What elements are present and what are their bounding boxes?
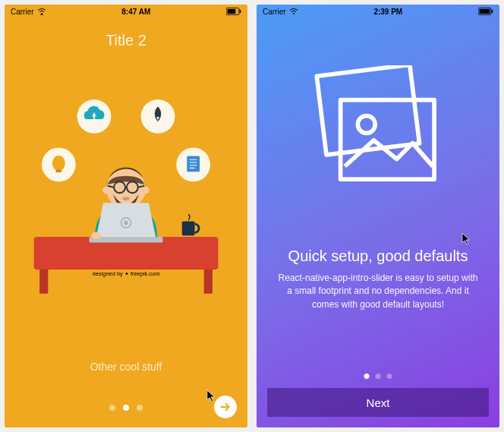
svg-point-23 <box>142 187 149 194</box>
svg-point-22 <box>102 187 109 194</box>
pagination-dot[interactable] <box>387 374 392 379</box>
svg-rect-18 <box>39 270 48 294</box>
svg-rect-37 <box>480 9 490 14</box>
svg-point-41 <box>358 116 375 134</box>
status-bar: Carrier 2:39 PM <box>257 5 499 18</box>
wifi-icon <box>37 8 46 15</box>
pagination-dots[interactable] <box>364 374 392 379</box>
svg-point-32 <box>124 221 128 225</box>
slide-illustration <box>257 65 499 210</box>
svg-rect-20 <box>182 221 195 235</box>
mouse-cursor-icon <box>461 232 472 246</box>
battery-icon <box>478 8 493 15</box>
carrier-label: Carrier <box>11 8 34 16</box>
svg-point-0 <box>41 13 43 14</box>
slide-title: Title 2 <box>5 32 247 49</box>
next-button[interactable] <box>214 396 237 418</box>
pagination-dot[interactable] <box>376 374 381 379</box>
svg-rect-12 <box>187 156 200 172</box>
pagination-dot[interactable] <box>364 374 370 379</box>
svg-point-9 <box>52 156 65 172</box>
slide-subtitle: Other cool stuff <box>5 361 247 373</box>
slide-title: Quick setup, good defaults <box>257 248 499 265</box>
battery-icon <box>226 8 241 15</box>
status-bar: Carrier 8:47 AM <box>5 5 247 18</box>
wifi-icon <box>289 8 298 15</box>
pagination-dot[interactable] <box>109 405 115 411</box>
svg-rect-30 <box>89 237 162 242</box>
svg-point-21 <box>106 169 146 208</box>
svg-point-29 <box>122 197 129 200</box>
onboarding-screen-left: Carrier 8:47 AM Title 2 <box>5 5 247 427</box>
onboarding-screen-right: Carrier 2:39 PM <box>257 5 499 427</box>
slide-illustration: designed by ✦ freepik.com <box>5 88 247 301</box>
slide-description: React-native-app-intro-slider is easy to… <box>275 272 481 311</box>
svg-rect-19 <box>204 270 213 294</box>
svg-point-33 <box>91 232 101 238</box>
attribution-label: designed by ✦ freepik.com <box>93 270 160 277</box>
svg-rect-39 <box>317 65 419 155</box>
carrier-label: Carrier <box>263 8 286 16</box>
images-stack-icon <box>306 65 450 210</box>
svg-rect-3 <box>240 10 241 14</box>
svg-rect-10 <box>56 169 61 172</box>
pagination-dots[interactable] <box>109 405 143 411</box>
arrow-right-icon <box>219 401 232 413</box>
clock-label: 8:47 AM <box>121 8 150 16</box>
clock-label: 2:39 PM <box>373 8 402 16</box>
next-button[interactable]: Next <box>267 388 489 417</box>
next-button-label: Next <box>367 396 390 409</box>
pagination-dot[interactable] <box>137 405 143 411</box>
svg-rect-2 <box>228 9 236 14</box>
pagination-dot[interactable] <box>123 405 129 411</box>
svg-point-35 <box>293 13 295 14</box>
svg-rect-38 <box>492 10 493 14</box>
